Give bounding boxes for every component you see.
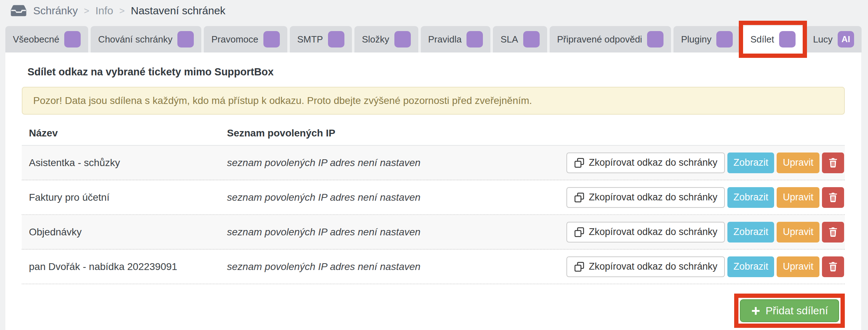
share-name: pan Dvořák - nabídka 202239091 (22, 261, 220, 272)
page-title: Sdílet odkaz na vybrané tickety mimo Sup… (27, 66, 845, 78)
edit-button[interactable]: Upravit (777, 152, 819, 173)
warning-text: Pozor! Data jsou sdílena s každým, kdo m… (33, 95, 532, 106)
ai-badge (647, 31, 663, 48)
share-name: Objednávky (22, 226, 220, 238)
copy-link-button[interactable]: Zkopírovat odkaz do schránky (566, 187, 725, 208)
ai-badge (64, 31, 81, 48)
tab-v-eobecn-[interactable]: Všeobecné (5, 26, 88, 52)
view-button[interactable]: Zobrazit (727, 222, 774, 242)
copy-icon (574, 227, 585, 238)
view-button[interactable]: Zobrazit (727, 187, 774, 208)
share-name: Faktury pro účetní (22, 192, 220, 203)
tab-content-panel: Sdílet odkaz na vybrané tickety mimo Sup… (5, 52, 861, 330)
row-actions: Zkopírovat odkaz do schránky Zobrazit Up… (566, 187, 845, 208)
allowed-ip-status: seznam povolených IP adres není nastaven (220, 226, 566, 238)
delete-button[interactable] (822, 256, 844, 277)
settings-page: Schránky > Info > Nastavení schránek Vše… (0, 0, 868, 330)
copy-icon (574, 261, 585, 272)
tab-p-ipraven-odpov-di[interactable]: Připravené odpovědi (550, 26, 671, 52)
column-header-name: Název (22, 128, 220, 139)
table-row: Asistentka - schůzky seznam povolených I… (22, 146, 845, 180)
copy-icon (574, 192, 585, 203)
edit-button[interactable]: Upravit (777, 222, 819, 242)
table-row: Objednávky seznam povolených IP adres ne… (22, 215, 845, 250)
delete-button[interactable] (822, 152, 844, 173)
tab-lucy[interactable]: Lucy AI (806, 26, 862, 52)
share-name: Asistentka - schůzky (22, 157, 220, 169)
copy-link-button[interactable]: Zkopírovat odkaz do schránky (566, 152, 725, 173)
copy-link-button[interactable]: Zkopírovat odkaz do schránky (566, 222, 725, 242)
table-header-row: Název Seznam povolených IP (22, 116, 845, 146)
ai-badge (466, 31, 483, 48)
tab-pravidla[interactable]: Pravidla (421, 26, 491, 52)
breadcrumb-info[interactable]: Info (95, 5, 113, 17)
copy-icon (574, 158, 585, 168)
table-row: Faktury pro účetní seznam povolených IP … (22, 180, 845, 215)
column-header-ip: Seznam povolených IP (220, 128, 838, 139)
ai-badge (716, 31, 733, 48)
annotation-box: Přidat sdílení (734, 294, 845, 328)
tab-sla[interactable]: SLA (493, 26, 547, 52)
breadcrumb: Schránky > Info > Nastavení schránek (11, 4, 226, 17)
row-actions: Zkopírovat odkaz do schránky Zobrazit Up… (566, 222, 845, 242)
tab-pravomoce[interactable]: Pravomoce (204, 26, 287, 52)
add-share-button[interactable]: Přidat sdílení (740, 299, 839, 322)
tab-sd-let[interactable]: Sdílet (743, 26, 803, 52)
table-row: pan Dvořák - nabídka 202239091 seznam po… (22, 250, 845, 284)
trash-icon (828, 192, 838, 203)
warning-alert: Pozor! Data jsou sdílena s každým, kdo m… (22, 87, 845, 115)
row-actions: Zkopírovat odkaz do schránky Zobrazit Up… (566, 152, 845, 173)
delete-button[interactable] (822, 222, 844, 242)
ai-badge: AI (838, 31, 854, 48)
ai-badge (394, 31, 411, 48)
trash-icon (828, 158, 838, 168)
view-button[interactable]: Zobrazit (727, 256, 774, 277)
breadcrumb-schranky[interactable]: Schránky (33, 5, 78, 17)
copy-link-button[interactable]: Zkopírovat odkaz do schránky (566, 256, 725, 277)
breadcrumb-separator: > (119, 5, 125, 16)
tab-chov-n-schr-nky[interactable]: Chování schránky (91, 26, 201, 52)
table-body: Asistentka - schůzky seznam povolených I… (22, 146, 845, 284)
trash-icon (828, 227, 838, 238)
inbox-icon (11, 4, 26, 17)
plus-icon (751, 306, 761, 316)
ai-badge (263, 31, 280, 48)
edit-button[interactable]: Upravit (777, 187, 819, 208)
ai-badge (177, 31, 194, 48)
row-actions: Zkopírovat odkaz do schránky Zobrazit Up… (566, 256, 845, 277)
ai-badge (328, 31, 344, 48)
tab-smtp[interactable]: SMTP (290, 26, 352, 52)
ai-badge (523, 31, 540, 48)
breadcrumb-current-page: Nastavení schránek (131, 5, 225, 17)
table-footer: Přidat sdílení (22, 294, 845, 328)
tab-bar: Všeobecné Chování schránky Pravomoce SMT… (5, 26, 862, 52)
edit-button[interactable]: Upravit (777, 256, 819, 277)
share-links-table: Název Seznam povolených IP Asistentka - … (22, 116, 845, 284)
allowed-ip-status: seznam povolených IP adres není nastaven (220, 261, 566, 272)
tab-slo-ky[interactable]: Složky (354, 26, 418, 52)
tab-pluginy[interactable]: Pluginy (673, 26, 740, 52)
breadcrumb-separator: > (84, 5, 89, 16)
allowed-ip-status: seznam povolených IP adres není nastaven (220, 157, 566, 169)
allowed-ip-status: seznam povolených IP adres není nastaven (220, 192, 566, 203)
trash-icon (828, 261, 838, 272)
view-button[interactable]: Zobrazit (727, 152, 774, 173)
ai-badge (779, 31, 796, 48)
delete-button[interactable] (822, 187, 844, 208)
